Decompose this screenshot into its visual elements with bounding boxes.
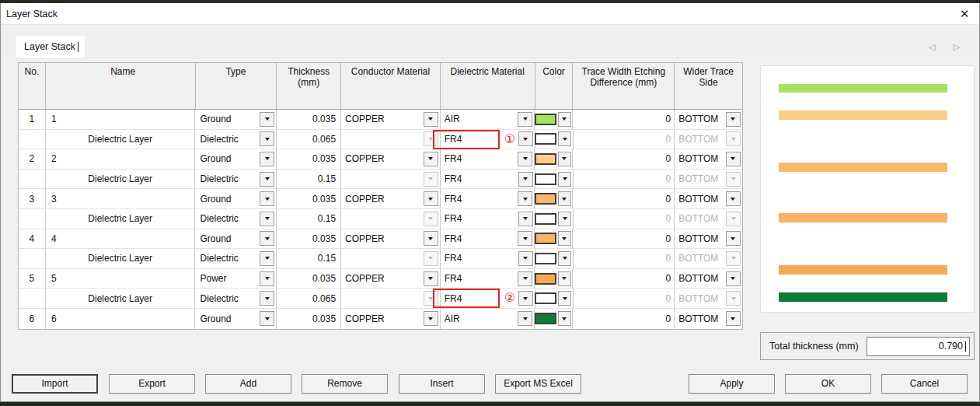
dielectric-dropdown-button[interactable] (518, 251, 533, 266)
color-dropdown-button[interactable] (558, 212, 571, 226)
dielectric-dropdown-button[interactable] (518, 112, 532, 127)
cancel-button[interactable]: Cancel (881, 374, 968, 394)
color-swatch[interactable] (535, 193, 556, 205)
color-dropdown-button[interactable] (558, 112, 571, 127)
wider-dropdown-button[interactable] (726, 191, 741, 206)
dielectric-dropdown-button[interactable] (518, 231, 532, 246)
conductor-material-cell[interactable]: COPPER (341, 110, 441, 129)
conductor-dropdown-button[interactable] (424, 191, 438, 206)
thickness-cell[interactable]: 0.035 (277, 309, 341, 329)
type-cell[interactable]: Ground (195, 309, 277, 329)
trace-width-cell[interactable]: 0 (573, 110, 675, 129)
conductor-material-cell[interactable]: COPPER (341, 189, 441, 208)
name-cell[interactable]: 3 (46, 189, 196, 208)
dielectric-material-cell[interactable]: FR4 (441, 229, 535, 249)
trace-width-cell[interactable]: 0 (573, 269, 675, 289)
dielectric-dropdown-button[interactable] (518, 191, 532, 206)
total-thickness-input[interactable]: 0.790 (867, 337, 970, 356)
type-cell[interactable]: Ground (195, 229, 277, 249)
conductor-material-cell[interactable]: COPPER (341, 269, 441, 289)
conductor-dropdown-button[interactable] (424, 152, 438, 166)
name-cell[interactable]: Dielectric Layer (46, 289, 196, 308)
dielectric-material-cell[interactable]: FR4② (441, 289, 535, 308)
color-swatch[interactable] (535, 253, 556, 264)
export-ms-excel-button[interactable]: Export MS Excel (495, 374, 581, 394)
color-dropdown-button[interactable] (558, 271, 571, 286)
conductor-material-cell[interactable]: COPPER (341, 309, 441, 329)
import-button[interactable]: Import (12, 374, 98, 394)
dielectric-material-cell[interactable]: AIR (441, 309, 535, 329)
color-swatch[interactable] (535, 133, 556, 145)
dielectric-material-cell[interactable]: FR4 (441, 149, 535, 169)
dielectric-material-cell[interactable]: FR4 (441, 269, 535, 289)
dielectric-material-cell[interactable]: FR4① (441, 130, 535, 149)
thickness-cell[interactable]: 0.035 (277, 189, 341, 208)
color-swatch[interactable] (535, 233, 556, 244)
type-dropdown-button[interactable] (260, 191, 274, 206)
dielectric-material-cell[interactable]: FR4 (441, 209, 535, 229)
thickness-cell[interactable]: 0.035 (277, 229, 341, 249)
thickness-cell[interactable]: 0.15 (277, 209, 341, 229)
trace-width-cell[interactable]: 0 (573, 309, 675, 329)
type-cell[interactable]: Dielectric (195, 209, 277, 229)
type-cell[interactable]: Dielectric (195, 130, 277, 149)
color-dropdown-button[interactable] (558, 231, 571, 246)
type-dropdown-button[interactable] (260, 131, 274, 146)
wider-dropdown-button[interactable] (726, 311, 741, 326)
trace-width-cell[interactable]: 0 (573, 189, 675, 208)
name-cell[interactable]: 2 (46, 149, 196, 169)
type-dropdown-button[interactable] (260, 112, 274, 127)
trace-width-cell[interactable]: 0 (573, 149, 675, 169)
dielectric-dropdown-button[interactable] (518, 311, 532, 326)
type-cell[interactable]: Ground (195, 110, 277, 129)
wider-dropdown-button[interactable] (726, 112, 741, 127)
type-dropdown-button[interactable] (260, 311, 274, 326)
thickness-cell[interactable]: 0.15 (277, 170, 341, 189)
type-dropdown-button[interactable] (260, 271, 274, 286)
dielectric-dropdown-button[interactable] (518, 271, 532, 286)
thickness-cell[interactable]: 0.035 (277, 149, 341, 169)
wider-trace-side-cell[interactable]: BOTTOM (675, 189, 742, 208)
ok-button[interactable]: OK (785, 374, 871, 394)
dielectric-dropdown-button[interactable] (518, 131, 533, 146)
type-cell[interactable]: Dielectric (195, 170, 277, 189)
trace-width-cell[interactable]: 0 (573, 229, 675, 249)
type-cell[interactable]: Ground (195, 149, 277, 169)
color-swatch[interactable] (535, 173, 556, 185)
wider-trace-side-cell[interactable]: BOTTOM (675, 149, 742, 169)
wider-dropdown-button[interactable] (726, 271, 741, 286)
color-dropdown-button[interactable] (558, 131, 571, 146)
wider-trace-side-cell[interactable]: BOTTOM (675, 229, 742, 249)
wider-dropdown-button[interactable] (726, 152, 741, 166)
dielectric-dropdown-button[interactable] (518, 152, 532, 166)
conductor-dropdown-button[interactable] (424, 231, 438, 246)
thickness-cell[interactable]: 0.15 (277, 249, 341, 268)
thickness-cell[interactable]: 0.065 (277, 130, 341, 149)
insert-button[interactable]: Insert (399, 374, 485, 394)
wider-trace-side-cell[interactable]: BOTTOM (675, 110, 742, 129)
thickness-cell[interactable]: 0.065 (277, 289, 341, 308)
color-swatch[interactable] (535, 153, 556, 165)
dielectric-material-cell[interactable]: FR4 (441, 249, 535, 268)
wider-dropdown-button[interactable] (726, 231, 741, 246)
conductor-dropdown-button[interactable] (424, 271, 438, 286)
type-dropdown-button[interactable] (260, 231, 274, 246)
dielectric-dropdown-button[interactable] (518, 172, 533, 187)
name-cell[interactable]: Dielectric Layer (46, 209, 196, 229)
conductor-material-cell[interactable]: COPPER (341, 149, 441, 169)
color-dropdown-button[interactable] (558, 291, 571, 306)
type-dropdown-button[interactable] (260, 152, 274, 166)
type-cell[interactable]: Ground (195, 189, 277, 208)
dielectric-material-cell[interactable]: FR4 (441, 170, 535, 189)
color-swatch[interactable] (535, 273, 556, 285)
name-cell[interactable]: Dielectric Layer (46, 130, 196, 149)
type-dropdown-button[interactable] (260, 212, 274, 226)
conductor-material-cell[interactable]: COPPER (341, 229, 441, 249)
color-dropdown-button[interactable] (558, 251, 571, 266)
type-dropdown-button[interactable] (260, 251, 274, 266)
tab-layer-stack[interactable]: Layer Stack (16, 36, 85, 58)
name-cell[interactable]: Dielectric Layer (46, 170, 196, 189)
name-cell[interactable]: Dielectric Layer (46, 249, 196, 268)
dielectric-dropdown-button[interactable] (518, 291, 533, 306)
type-cell[interactable]: Dielectric (195, 289, 277, 308)
